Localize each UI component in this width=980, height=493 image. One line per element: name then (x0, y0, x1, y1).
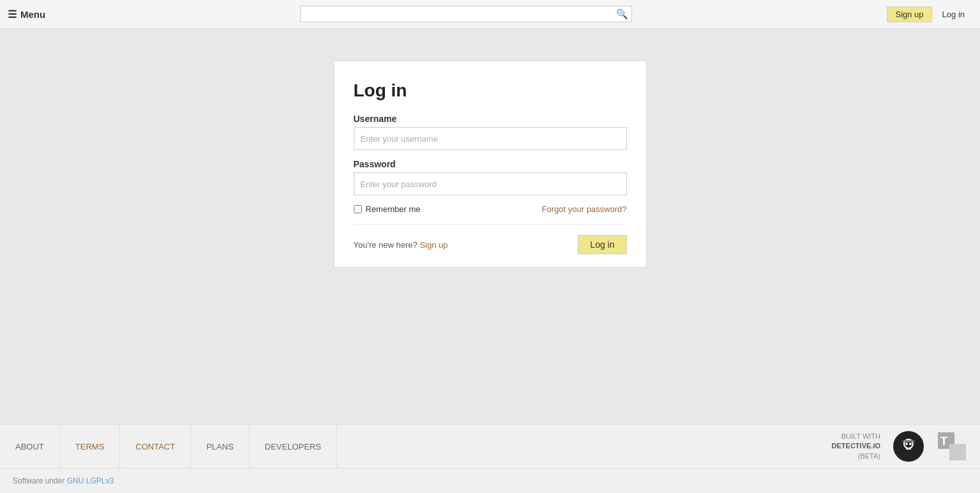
login-submit-button[interactable]: Log in (578, 235, 626, 254)
svg-rect-3 (903, 440, 914, 442)
svg-rect-9 (949, 444, 966, 460)
search-wrapper: 🔍 (45, 6, 887, 22)
menu-label: Menu (20, 9, 45, 20)
hamburger-icon: ☰ (8, 8, 17, 20)
forgot-password-link[interactable]: Forgot your password? (542, 204, 627, 214)
menu-button[interactable]: ☰ Menu (8, 8, 45, 20)
detective-logo-svg (897, 435, 920, 458)
typeform-logo-svg: T (937, 431, 967, 462)
svg-point-6 (905, 443, 908, 445)
footer-bottom: Software under GNU LGPLv3 (0, 469, 980, 493)
built-with-text: BUILT WITH DETECTIVE.IO (BETA) (832, 432, 880, 461)
password-label: Password (354, 159, 627, 169)
remember-me-checkbox[interactable] (354, 205, 362, 213)
search-button[interactable]: 🔍 (612, 6, 632, 22)
remember-me-text: Remember me (366, 204, 421, 214)
built-with-label: BUILT WITH (841, 432, 880, 440)
detective-label: DETECTIVE.IO (832, 441, 880, 451)
password-input[interactable] (354, 172, 627, 195)
footer-about[interactable]: ABOUT (0, 425, 60, 468)
search-icon: 🔍 (616, 8, 628, 20)
footer-contact[interactable]: CONTACT (120, 425, 191, 468)
svg-text:T: T (940, 435, 947, 448)
license-link[interactable]: GNU LGPLv3 (67, 476, 114, 485)
footer: ABOUT TERMS CONTACT PLANS DEVELOPERS BUI… (0, 424, 980, 493)
header: ☰ Menu 🔍 Sign up Log in (0, 0, 980, 29)
footer-developers[interactable]: DEVELOPERS (250, 425, 337, 468)
form-options-row: Remember me Forgot your password? (354, 204, 627, 214)
login-title: Log in (354, 80, 627, 101)
main-content: Log in Username Password Remember me For… (0, 29, 980, 424)
svg-rect-5 (913, 441, 916, 442)
search-input[interactable] (300, 6, 632, 22)
footer-plans[interactable]: PLANS (191, 425, 250, 468)
auth-buttons: Sign up Log in (887, 6, 972, 22)
typeform-logo: T (937, 431, 967, 462)
login-header-button[interactable]: Log in (935, 7, 972, 22)
svg-rect-4 (901, 441, 904, 442)
remember-me-label[interactable]: Remember me (354, 204, 421, 214)
login-card-footer: You're new here? Sign up Log in (354, 224, 627, 254)
svg-point-7 (909, 443, 912, 445)
footer-terms[interactable]: TERMS (60, 425, 121, 468)
login-card: Log in Username Password Remember me For… (334, 61, 647, 268)
signup-button[interactable]: Sign up (887, 6, 931, 22)
software-license-text: Software under (13, 476, 67, 485)
username-input[interactable] (354, 127, 627, 150)
detective-logo (893, 431, 924, 462)
username-label: Username (354, 114, 627, 124)
beta-label: (BETA) (858, 452, 880, 460)
search-inner: 🔍 (300, 6, 632, 22)
new-user-text: You're new here? Sign up (354, 240, 448, 250)
footer-right: BUILT WITH DETECTIVE.IO (BETA) (819, 425, 980, 468)
svg-rect-2 (906, 448, 911, 450)
footer-nav: ABOUT TERMS CONTACT PLANS DEVELOPERS BUI… (0, 425, 980, 469)
signup-link[interactable]: Sign up (419, 240, 448, 250)
